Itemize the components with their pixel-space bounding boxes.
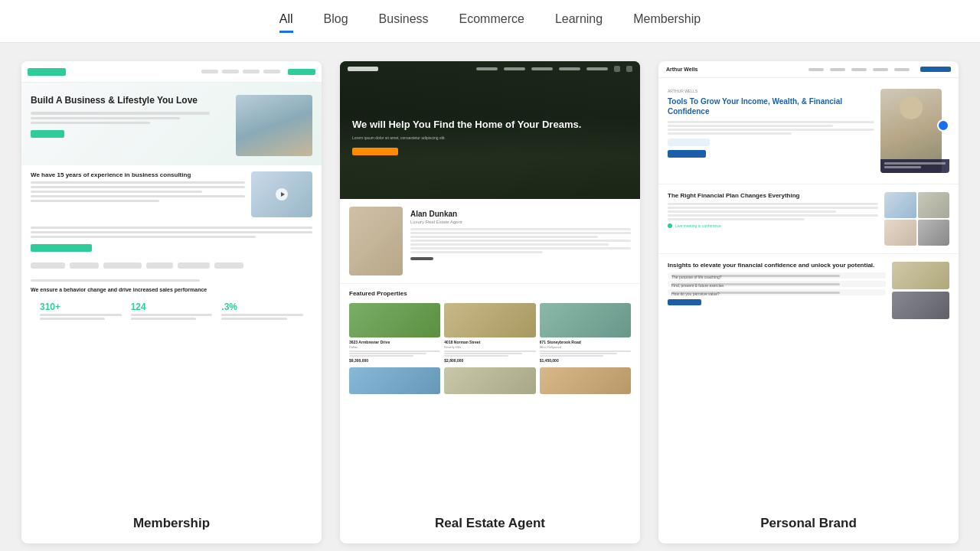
- mock-pb-bottom-img2: [892, 292, 949, 319]
- mock-pb-faq2: Find, present & future exercise.: [671, 283, 840, 285]
- mock-re-appointment-btn[interactable]: [352, 148, 398, 155]
- mock-agent-photo: [349, 207, 403, 276]
- mock-pb-faq3: How do you perceive value?: [671, 292, 840, 294]
- mock-prop2-price: $2,800,000: [444, 358, 535, 363]
- mock-section-title: We have 15 years of experience in busine…: [31, 171, 245, 178]
- card-membership[interactable]: Build A Business & Lifestyle You Love We…: [21, 61, 322, 543]
- mock-pb-section-title: The Right Financial Plan Changes Everyth…: [668, 192, 878, 200]
- card-membership-preview: Build A Business & Lifestyle You Love We…: [21, 61, 322, 505]
- mock-pb-live-label: Live meeting in conference: [675, 223, 721, 228]
- mock-pb-faq1: The purpose of life coaching?: [671, 275, 840, 277]
- card-membership-label: Membership: [21, 505, 322, 543]
- stat2-value: 124: [131, 302, 213, 312]
- mock-pb-faq-btn[interactable]: [668, 299, 701, 305]
- mock-hero-title: Build A Business & Lifestyle You Love: [31, 95, 230, 107]
- mock-prop3-addr: 671 Stoneybrook Road: [540, 340, 631, 344]
- mock-signup-btn[interactable]: [31, 130, 64, 138]
- mock-featured-title: Featured Properties: [349, 290, 631, 297]
- card-personal-brand[interactable]: Arthur Wells Arthur Wells Tools To Grow: [658, 61, 959, 543]
- mock-re-hero-title: We will Help You Find the Home of Your D…: [352, 119, 581, 132]
- mock-pb-hero-label: Arthur Wells: [668, 89, 874, 93]
- mock-prop1-price: $9,300,000: [349, 358, 440, 363]
- mock-prop1-addr: 3623 Armbrester Drive: [349, 340, 440, 344]
- mock-pb-bottom-img1: [892, 262, 949, 289]
- mock-prop2-city: Beverly Hills: [444, 345, 535, 349]
- mock-pb-cta-btn[interactable]: [668, 150, 706, 158]
- mock-pb-hero-title: Tools To Grow Your Income, Wealth, & Fin…: [668, 96, 874, 116]
- card-personal-brand-label: Personal Brand: [658, 505, 959, 543]
- tab-learning[interactable]: Learning: [555, 12, 603, 33]
- card-real-estate-preview: We will Help You Find the Home of Your D…: [340, 61, 640, 505]
- stat1-value: 310+: [40, 302, 122, 312]
- tab-membership[interactable]: Membership: [633, 12, 701, 33]
- mock-prop1-city: Dallas: [349, 345, 440, 349]
- nav-tabs: All Blog Business Ecommerce Learning Mem…: [0, 0, 980, 43]
- card-real-estate-label: Real Estate Agent: [340, 505, 640, 543]
- mock-agent-name: Alan Dunkan: [410, 210, 631, 218]
- stats-label: We ensure a behavior change and drive in…: [31, 287, 312, 292]
- tab-blog[interactable]: Blog: [324, 12, 348, 33]
- tab-ecommerce[interactable]: Ecommerce: [459, 12, 524, 33]
- tab-business[interactable]: Business: [379, 12, 429, 33]
- card-personal-brand-preview: Arthur Wells Arthur Wells Tools To Grow: [658, 61, 959, 505]
- mock-pb-bottom-title: Insights to elevate your financial confi…: [668, 262, 886, 269]
- stat3-value: .3%: [221, 302, 303, 312]
- mock-logo: [28, 68, 66, 76]
- mock-pb-nav-name: Arthur Wells: [666, 67, 698, 72]
- card-real-estate[interactable]: We will Help You Find the Home of Your D…: [340, 61, 640, 543]
- tab-all[interactable]: All: [279, 12, 293, 33]
- mock-prop3-price: $1,450,000: [540, 358, 631, 363]
- mock-agent-title: Luxury Real Estate Agent: [410, 220, 631, 224]
- template-grid: Build A Business & Lifestyle You Love We…: [0, 43, 980, 551]
- mock-prop2-addr: 4018 Norman Street: [444, 340, 535, 344]
- mock-prop3-city: West Hollywood: [540, 345, 631, 349]
